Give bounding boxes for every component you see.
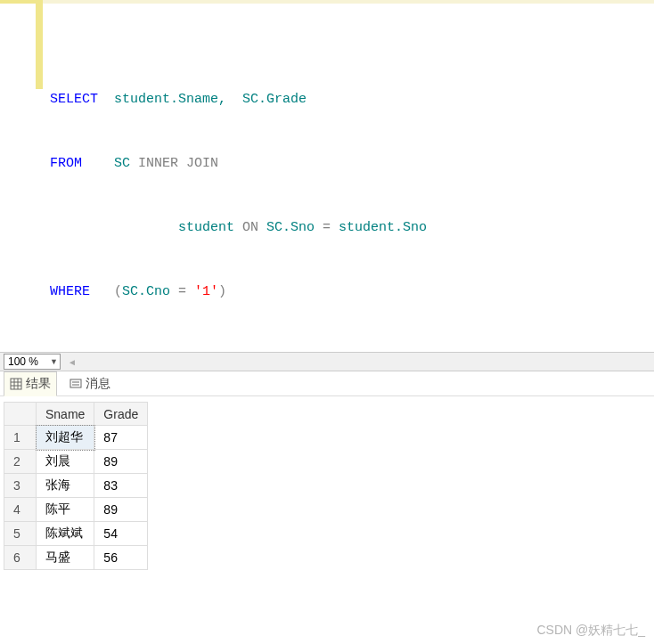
chevron-down-icon: ▼: [50, 357, 58, 366]
keyword-where: WHERE: [50, 284, 90, 299]
svg-rect-0: [11, 379, 21, 389]
keyword-inner-join: INNER JOIN: [138, 156, 218, 171]
cell-sname[interactable]: 陈平: [37, 498, 94, 522]
select-columns: student.Sname, SC.Grade: [98, 92, 307, 107]
cell-sname[interactable]: 刘超华: [37, 426, 94, 450]
where-space: [186, 284, 194, 299]
row-number: 5: [4, 522, 37, 546]
cell-grade[interactable]: 56: [94, 546, 148, 570]
code-top-highlight: [43, 0, 654, 4]
where-open-paren: (: [90, 284, 122, 299]
table-row[interactable]: 3 张海 83: [4, 474, 148, 498]
editor-gutter: [0, 0, 43, 352]
column-header-grade[interactable]: Grade: [94, 403, 148, 426]
grid-icon: [10, 378, 22, 390]
from-text-1: SC: [82, 156, 138, 171]
zoom-value: 100 %: [8, 355, 38, 368]
column-header-sname[interactable]: Sname: [37, 403, 94, 426]
row-number: 1: [4, 426, 37, 450]
row-number: 6: [4, 546, 37, 570]
keyword-select: SELECT: [50, 92, 98, 107]
where-close-paren: ): [218, 284, 226, 299]
cell-grade[interactable]: 87: [94, 426, 148, 450]
keyword-from: FROM: [50, 156, 82, 171]
zoom-select[interactable]: 100 % ▼: [4, 354, 61, 370]
message-icon: [69, 378, 82, 390]
on-text-2: student.Sno: [331, 220, 427, 235]
table-body: 1 刘超华 87 2 刘晨 89 3 张海 83 4 陈平 89 5 陈斌斌: [4, 426, 148, 570]
cell-sname[interactable]: 刘晨: [37, 450, 94, 474]
tab-messages[interactable]: 消息: [64, 372, 116, 395]
svg-rect-5: [70, 379, 81, 387]
tab-results-label: 结果: [26, 376, 51, 392]
row-number: 4: [4, 498, 37, 522]
from-text-2: student: [50, 220, 242, 235]
cell-sname[interactable]: 陈斌斌: [37, 522, 94, 546]
table-header-row: Sname Grade: [4, 403, 148, 426]
results-tabs: 结果 消息: [0, 371, 654, 396]
cell-grade[interactable]: 89: [94, 498, 148, 522]
sql-editor[interactable]: SELECT student.Sname, SC.Grade FROM SC I…: [0, 0, 654, 352]
table-row[interactable]: 2 刘晨 89: [4, 450, 148, 474]
row-number: 2: [4, 450, 37, 474]
scroll-left-icon[interactable]: ◄: [66, 355, 78, 368]
table-row[interactable]: 6 马盛 56: [4, 546, 148, 570]
table-row[interactable]: 5 陈斌斌 54: [4, 522, 148, 546]
keyword-on: ON: [242, 220, 258, 235]
cell-grade[interactable]: 83: [94, 474, 148, 498]
zoom-bar: 100 % ▼ ◄: [0, 352, 654, 371]
where-column: SC.Cno: [122, 284, 178, 299]
results-table[interactable]: Sname Grade 1 刘超华 87 2 刘晨 89 3 张海 83 4: [4, 402, 148, 570]
results-grid-area: Sname Grade 1 刘超华 87 2 刘晨 89 3 张海 83 4: [0, 396, 654, 575]
where-value: '1': [194, 284, 218, 299]
code-area[interactable]: SELECT student.Sname, SC.Grade FROM SC I…: [43, 0, 654, 352]
op-eq-2: =: [178, 284, 186, 299]
cell-sname[interactable]: 马盛: [37, 546, 94, 570]
cell-sname[interactable]: 张海: [37, 474, 94, 498]
watermark: CSDN @妖精七七_: [536, 623, 645, 639]
table-row[interactable]: 1 刘超华 87: [4, 426, 148, 450]
cell-grade[interactable]: 89: [94, 450, 148, 474]
cell-grade[interactable]: 54: [94, 522, 148, 546]
gutter-change-marker: [36, 0, 43, 89]
on-text-1: SC.Sno: [258, 220, 323, 235]
tab-messages-label: 消息: [86, 376, 110, 392]
tab-results[interactable]: 结果: [4, 371, 57, 396]
row-number: 3: [4, 474, 37, 498]
current-line-highlight: [43, 68, 654, 89]
table-row[interactable]: 4 陈平 89: [4, 498, 148, 522]
table-corner: [4, 403, 37, 426]
op-eq-1: =: [323, 220, 331, 235]
